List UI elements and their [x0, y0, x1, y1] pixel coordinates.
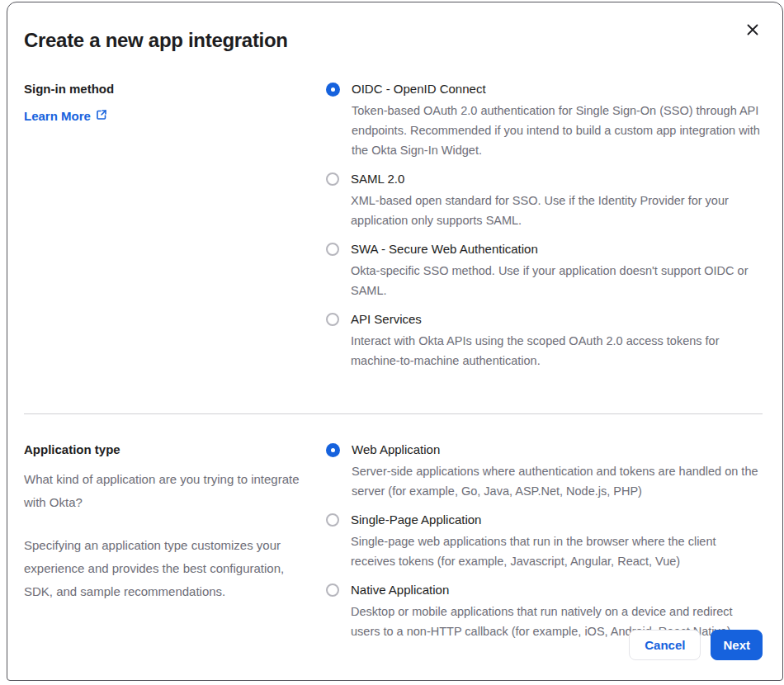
option-native-application-label: Native Application: [351, 581, 763, 599]
sign-in-method-label: Sign-in method: [24, 82, 303, 96]
option-single-page-application-description: Single-page web applications that run in…: [351, 531, 763, 571]
option-single-page-application-label: Single-Page Application: [351, 511, 763, 529]
option-swa-label: SWA - Secure Web Authentication: [351, 240, 763, 258]
close-icon: [746, 23, 759, 39]
sign-in-method-section: Sign-in method Learn More OIDC - OpenID …: [24, 80, 763, 380]
option-saml[interactable]: SAML 2.0 XML-based open standard for SSO…: [326, 170, 763, 230]
option-oidc-description: Token-based OAuth 2.0 authentication for…: [352, 101, 763, 160]
learn-more-link[interactable]: Learn More: [24, 109, 107, 123]
option-oidc-label: OIDC - OpenID Connect: [352, 80, 763, 98]
radio-single-page-application[interactable]: [326, 513, 339, 527]
option-swa[interactable]: SWA - Secure Web Authentication Okta-spe…: [326, 240, 763, 300]
close-button[interactable]: [743, 21, 763, 40]
application-type-section: Application type What kind of applicatio…: [24, 441, 763, 651]
sign-in-method-info: Sign-in method Learn More: [24, 80, 303, 124]
dialog-header: Create a new app integration: [24, 21, 763, 52]
application-type-label: Application type: [24, 442, 303, 456]
option-api-services-label: API Services: [351, 310, 763, 328]
application-type-info: Application type What kind of applicatio…: [24, 441, 303, 603]
section-divider: [24, 413, 763, 414]
application-type-explanation: Specifying an application type customize…: [24, 534, 303, 603]
next-button[interactable]: Next: [711, 630, 763, 660]
option-web-application[interactable]: Web Application Server-side applications…: [326, 441, 763, 501]
sign-in-method-options: OIDC - OpenID Connect Token-based OAuth …: [326, 80, 763, 380]
radio-native-application[interactable]: [326, 583, 339, 597]
application-type-question: What kind of application are you trying …: [24, 468, 303, 514]
radio-swa[interactable]: [326, 243, 339, 256]
radio-web-application[interactable]: [326, 443, 340, 457]
radio-oidc[interactable]: [326, 83, 340, 97]
option-saml-label: SAML 2.0: [351, 170, 763, 188]
option-api-services-description: Interact with Okta APIs using the scoped…: [351, 331, 763, 371]
option-single-page-application[interactable]: Single-Page Application Single-page web …: [326, 511, 763, 571]
external-link-icon: [96, 109, 107, 123]
dialog-footer: Cancel Next: [629, 630, 763, 660]
option-saml-description: XML-based open standard for SSO. Use if …: [351, 191, 763, 230]
cancel-button[interactable]: Cancel: [629, 630, 701, 660]
create-app-integration-dialog: Create a new app integration Sign-in met…: [7, 2, 783, 681]
dialog-title: Create a new app integration: [24, 21, 763, 52]
application-type-options: Web Application Server-side applications…: [326, 441, 763, 651]
option-swa-description: Okta-specific SSO method. Use if your ap…: [351, 261, 763, 300]
option-web-application-description: Server-side applications where authentic…: [352, 461, 763, 501]
option-oidc[interactable]: OIDC - OpenID Connect Token-based OAuth …: [326, 80, 763, 160]
option-web-application-label: Web Application: [352, 441, 763, 459]
radio-api-services[interactable]: [326, 313, 339, 326]
option-api-services[interactable]: API Services Interact with Okta APIs usi…: [326, 310, 763, 371]
learn-more-label: Learn More: [24, 109, 91, 123]
radio-saml[interactable]: [326, 172, 339, 186]
